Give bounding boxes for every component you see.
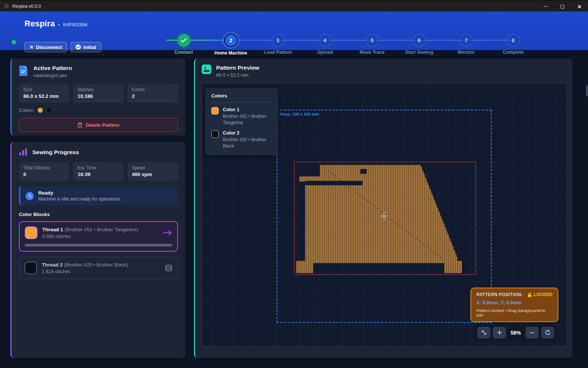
step-label: Upload [317,50,333,55]
stat-stitches: Stitches 10.186 [73,84,123,103]
zoom-in-button[interactable] [493,327,506,338]
thread-stitch-count: 1.618 stitches [42,269,128,274]
brand: Respira • K4P502956 [24,19,87,29]
step-label: Mask Trace [360,50,384,55]
colors-label: Colors: [19,107,34,113]
step-label: Complete [503,50,524,55]
thread-detail: (Brother #52 • Brother Tangerine) [65,227,138,232]
delete-pattern-button[interactable]: Delete Pattern [19,118,178,132]
stat-label: Total Stitches [23,165,65,170]
legend-color-detail: Brother #20 • Brother Black [223,137,272,149]
legend-color-detail: Brother #52 • Brother Tangerine [223,113,272,126]
color-dot-black [46,107,52,113]
stack-icon [165,265,172,271]
clock-icon [26,192,34,200]
check-circle-icon [76,44,81,50]
step-home-machine[interactable]: 2 Home Machine [207,28,254,56]
status-title: Ready [38,190,120,196]
step-label: Home Machine [214,50,247,56]
step-number: 8 [507,34,520,47]
zoom-out-button[interactable] [526,327,538,338]
plus-icon [497,330,502,335]
card-title: Pattern Preview [216,64,259,71]
sewing-progress-card: Sewing Progress Total Stitches 0 Est. Ti… [10,142,185,358]
position-label: PATTERN POSITION: [476,292,523,297]
pattern-preview-card: Pattern Preview 86.0 × 52.2 mm Hoop: 100… [194,59,573,358]
machine-serial: K4P502956 [63,22,87,27]
step-number: 3 [272,34,284,47]
stat-value: 16:39 [77,172,119,177]
trash-icon [77,122,82,128]
step-number: 2 [224,33,238,47]
legend-color-name: Color 2 [223,130,272,136]
stat-value: 2 [132,93,174,99]
pattern-filename: valetudogv2.pes [33,73,72,78]
stat-est-time: Est. Time 16:39 [73,162,123,181]
thread-1-row[interactable]: Thread 1 (Brother #52 • Brother Tangerin… [19,221,178,252]
step-number: 6 [413,34,426,47]
step-label: Monitor [458,50,475,55]
step-number: 4 [319,34,331,47]
stat-label: Speed [132,165,174,170]
connection-status-dot [12,40,16,44]
active-pattern-card: Active Pattern valetudogv2.pes Size 86.0… [10,59,185,136]
thread-2-row[interactable]: Thread 2 (Brother #20 • Brother Black) 1… [19,257,178,279]
legend-title: Colors [211,93,272,99]
legend-entry-color-1: Color 1 Brother #52 • Brother Tangerine [211,107,272,126]
thread-1-swatch [25,226,37,239]
window-titlebar: Respira v0.0.0 [0,0,588,11]
step-monitor[interactable]: 7 Monitor [443,28,490,56]
step-number: 5 [366,34,379,47]
lock-icon [528,292,532,297]
thread-stitch-count: 8.568 stitches [42,234,138,239]
app-header: Respira • K4P502956 Disconnect Initial C… [0,11,588,50]
stat-label: Est. Time [77,165,119,170]
thread-name: Thread 2 [42,262,63,268]
preview-canvas[interactable]: Hoop: 100 x 100 mm [201,83,567,347]
stat-total-stitches: Total Stitches 0 [19,162,69,181]
stat-size: Size 86.0 x 52.2 mm [19,84,69,103]
bar-chart-icon [19,148,27,156]
close-icon [578,5,581,9]
x-icon [30,45,33,49]
thread-name: Thread 1 [42,227,63,232]
minimize-icon [544,6,548,7]
step-mask-trace[interactable]: 5 Mask Trace [348,28,396,56]
stat-value: 10.186 [77,93,119,99]
status-description: Machine is idle and ready for operations [38,196,120,202]
legend-color-name: Color 1 [223,107,272,112]
fit-view-icon [481,330,487,335]
disconnect-button[interactable]: Disconnect [24,42,67,52]
step-label: Connect [175,50,193,55]
zoom-controls: 58% [474,324,557,341]
reset-view-button[interactable] [541,327,554,338]
step-complete[interactable]: 8 Complete [490,28,537,56]
thread-1-progress-bar [25,244,172,246]
stat-label: Stitches [77,87,119,92]
legend-swatch-2 [211,130,219,138]
machine-status-box: Ready Machine is idle and ready for oper… [19,186,178,205]
zoom-level: 58% [509,330,523,336]
color-blocks-heading: Color Blocks [19,212,178,217]
refresh-icon [545,330,551,335]
legend-swatch-1 [211,107,219,115]
separator-dot: • [58,22,60,27]
stat-label: Colors [132,87,174,92]
close-button[interactable] [571,1,588,12]
image-icon [202,64,211,74]
position-coordinates: X: 0.0mm, Y: 0.0mm [476,300,552,305]
maximize-icon [561,5,564,9]
step-upload[interactable]: 4 Upload [301,28,348,56]
scrollbar-thumb[interactable] [586,85,588,96]
app-icon [4,3,9,9]
initial-button[interactable]: Initial [70,42,101,52]
card-title: Active Pattern [33,65,72,72]
maximize-button[interactable] [554,1,571,12]
stat-value: 0 [23,172,65,177]
step-load-pattern[interactable]: 3 Load Pattern [254,28,301,56]
minimize-button[interactable] [537,1,554,12]
initial-label: Initial [83,44,96,50]
step-connect[interactable]: Connect [160,28,207,56]
fit-view-button[interactable] [478,327,490,338]
step-start-sewing[interactable]: 6 Start Sewing [396,28,443,56]
